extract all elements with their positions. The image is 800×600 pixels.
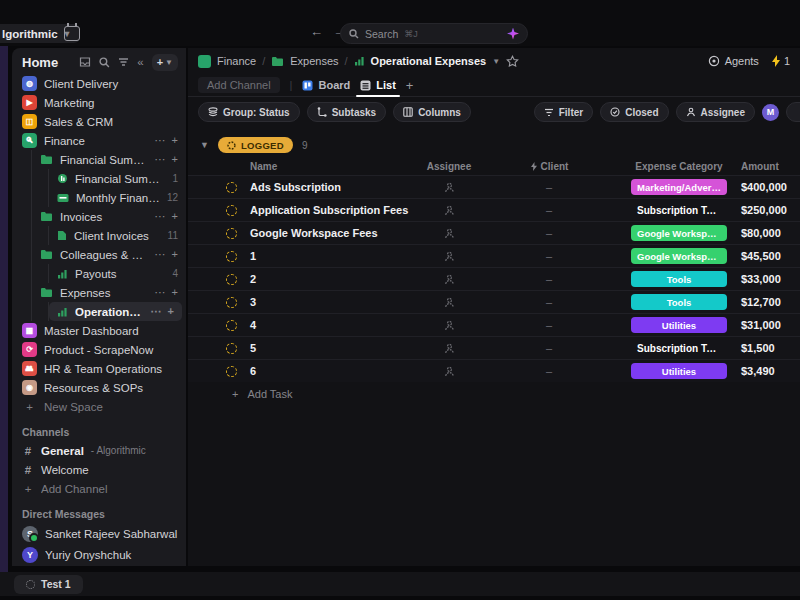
breadcrumb-expenses[interactable]: Expenses [290,55,338,67]
category-badge[interactable]: Tools [631,294,727,310]
group-by-button[interactable]: Group: Status [198,102,300,122]
assignee-filter-button[interactable]: Assignee [676,102,755,122]
category-badge[interactable]: Marketing/Adverti... [631,179,727,195]
dm-sanket[interactable]: S Sanket Rajeev Sabharwal [12,523,186,544]
sidebar-item-resources-sops[interactable]: ◉ Resources & SOPs [12,378,186,397]
search-icon[interactable] [99,57,110,68]
column-name[interactable]: Name [244,161,419,172]
category-badge[interactable]: Tools [631,271,727,287]
assignee-icon[interactable] [419,297,479,308]
inbox-icon[interactable] [79,56,91,68]
sidebar-item-master-dashboard[interactable]: ▦ Master Dashboard [12,321,186,340]
assignee-icon[interactable] [419,228,479,239]
columns-button[interactable]: Columns [393,102,471,122]
ai-sparkle-icon[interactable] [507,28,519,40]
automations-button[interactable]: 1 [771,55,790,67]
sidebar-list-operational-expenses[interactable]: Operational Expe... ⋯+ [49,302,182,321]
category-badge[interactable]: Subscription Tools [631,340,727,356]
sidebar-list-monthly-financial[interactable]: Monthly Financial Su... 12 [49,188,186,207]
assignee-icon[interactable] [419,274,479,285]
assignee-icon[interactable] [419,366,479,377]
sidebar-list-financial-summary[interactable]: Financial Summary 1 [49,169,186,188]
dm-yuriy[interactable]: Y Yuriy Onyshchuk [12,544,186,565]
assignee-icon[interactable] [419,205,479,216]
chevron-down-icon[interactable]: ▼ [492,57,500,66]
assignee-icon[interactable] [419,343,479,354]
subtasks-button[interactable]: Subtasks [307,102,386,122]
sidebar-item-finance[interactable]: 🔍︎ Finance ⋯+ [12,131,186,150]
sidebar-item-marketing[interactable]: ▶ Marketing [12,93,186,112]
new-space-button[interactable]: + New Space [12,397,186,416]
dm-partial[interactable] [12,565,186,566]
table-row[interactable]: 1 – Google Workspace $45,500 [188,244,800,267]
add-icon[interactable]: + [172,210,178,223]
favorite-star-icon[interactable] [506,55,519,68]
assignee-icon[interactable] [419,320,479,331]
sidebar-folder-colleagues[interactable]: Colleagues & Contra... ⋯+ [32,245,186,264]
channel-welcome[interactable]: # Welcome [12,460,186,479]
add-icon[interactable]: + [172,134,178,147]
status-icon[interactable] [226,343,237,354]
agents-button[interactable]: Agents [708,55,759,67]
bottom-tab-test1[interactable]: Test 1 [14,575,83,594]
sidebar-folder-invoices[interactable]: Invoices ⋯+ [32,207,186,226]
channel-general[interactable]: # General - Algorithmic [12,441,186,460]
category-badge[interactable]: Utilities [631,363,727,379]
search-input[interactable]: Search ⌘J [340,23,528,44]
add-icon[interactable]: + [172,286,178,299]
table-row[interactable]: Google Workspace Fees – Google Workspace… [188,221,800,244]
breadcrumb-current[interactable]: Operational Expenses [371,55,487,67]
back-arrow-icon[interactable]: ← [310,24,323,39]
collapse-group-icon[interactable]: ▼ [200,140,209,150]
more-icon[interactable]: ⋯ [155,210,166,223]
table-row[interactable]: Ads Subscription – Marketing/Adverti... … [188,175,800,198]
status-icon[interactable] [226,366,237,377]
assignee-icon[interactable] [419,251,479,262]
add-icon[interactable]: + [172,248,178,261]
add-view-button[interactable]: + [406,78,414,93]
breadcrumb-finance[interactable]: Finance [217,55,256,67]
column-category[interactable]: Expense Category [619,161,739,172]
column-amount[interactable]: Amount [739,161,788,172]
add-new-button[interactable]: +▼ [152,54,178,71]
table-row[interactable]: Application Subscription Fees – Subscrip… [188,198,800,221]
category-badge[interactable]: Utilities [631,317,727,333]
status-icon[interactable] [226,251,237,262]
clipped-button[interactable] [786,102,800,122]
sidebar-item-product-scrapenow[interactable]: ⟳ Product - ScrapeNow [12,340,186,359]
sidebar-folder-expenses[interactable]: Expenses ⋯+ [32,283,186,302]
category-badge[interactable]: Google Workspace [631,225,727,241]
table-row[interactable]: 5 – Subscription Tools $1,500 [188,336,800,359]
add-channel-ghost-button[interactable]: Add Channel [198,77,280,93]
calendar-icon[interactable] [64,26,80,41]
closed-button[interactable]: Closed [600,102,668,122]
column-assignee[interactable]: Assignee [419,161,479,172]
more-icon[interactable]: ⋯ [155,153,166,166]
sidebar-item-sales-crm[interactable]: ◫ Sales & CRM [12,112,186,131]
more-icon[interactable]: ⋯ [155,248,166,261]
more-icon[interactable]: ⋯ [155,286,166,299]
filter-icon[interactable] [118,57,129,67]
more-icon[interactable]: ⋯ [155,134,166,147]
status-icon[interactable] [226,228,237,239]
user-avatar[interactable]: M [762,104,779,121]
category-badge[interactable]: Google Workspace [631,248,727,264]
column-client[interactable]: Client [479,161,619,172]
sidebar-list-payouts[interactable]: Payouts 4 [49,264,186,283]
status-icon[interactable] [226,297,237,308]
sidebar-list-client-invoices[interactable]: Client Invoices 11 [49,226,186,245]
collapse-sidebar-icon[interactable]: « [137,56,143,68]
add-icon[interactable]: + [168,305,174,318]
sidebar-item-client-delivery[interactable]: ◍ Client Delivery [12,74,186,93]
status-icon[interactable] [226,205,237,216]
status-icon[interactable] [226,182,237,193]
tab-list[interactable]: List [360,74,396,96]
status-icon[interactable] [226,274,237,285]
table-row[interactable]: 2 – Tools $33,000 [188,267,800,290]
sidebar-folder-financial-summary[interactable]: Financial Summary ⋯+ [32,150,186,169]
filter-button[interactable]: Filter [534,102,593,122]
category-badge[interactable]: Subscription Tools [631,202,727,218]
add-task-button[interactable]: + Add Task [188,382,800,406]
status-badge-logged[interactable]: LOGGED [218,137,293,153]
status-icon[interactable] [226,320,237,331]
